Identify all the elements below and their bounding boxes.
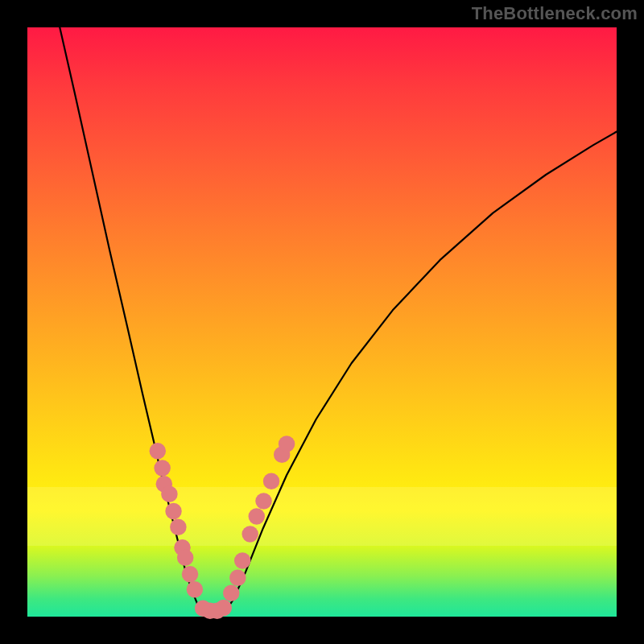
data-point — [263, 473, 279, 489]
data-point — [150, 443, 166, 459]
data-point — [161, 485, 177, 502]
data-point — [165, 503, 181, 519]
data-point — [242, 526, 258, 542]
data-point — [229, 569, 246, 585]
data-point — [249, 508, 265, 524]
points-layer — [27, 27, 617, 617]
data-point — [216, 600, 232, 616]
plot-area — [27, 27, 617, 617]
data-point — [187, 581, 203, 597]
data-point — [223, 584, 239, 601]
data-point — [177, 550, 193, 566]
data-point — [255, 493, 271, 509]
data-point — [154, 460, 170, 476]
data-point — [279, 436, 295, 452]
watermark-text: TheBottleneck.com — [472, 3, 638, 24]
chart-frame: TheBottleneck.com — [0, 0, 644, 644]
data-point — [234, 552, 250, 568]
data-point — [170, 518, 186, 535]
data-point — [182, 566, 198, 582]
